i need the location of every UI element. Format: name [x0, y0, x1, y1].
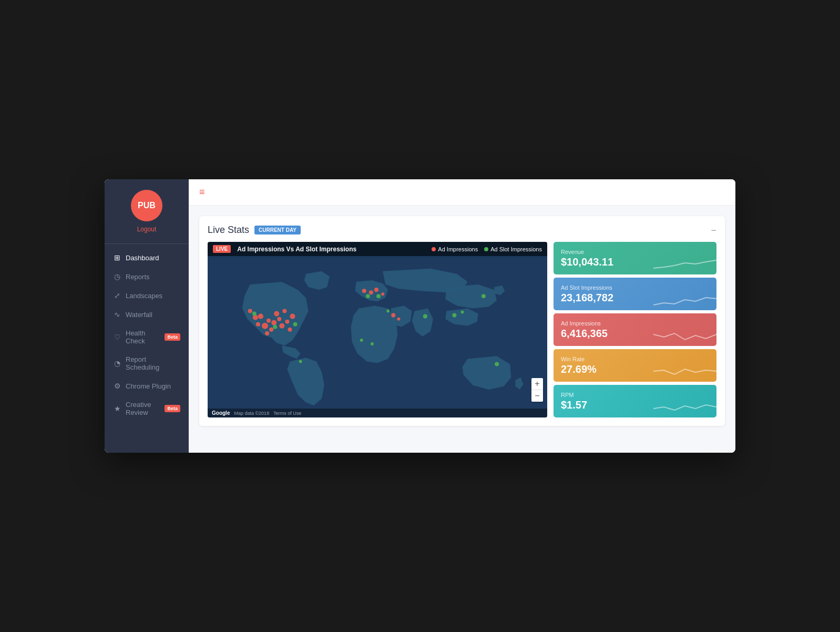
current-day-badge: CURRENT DAY — [254, 226, 301, 235]
svg-point-29 — [423, 314, 427, 319]
svg-point-21 — [391, 313, 395, 318]
svg-point-25 — [293, 322, 298, 327]
sidebar-item-health-check[interactable]: ♡ Health Check Beta — [105, 324, 189, 350]
zoom-out-button[interactable]: − — [531, 390, 543, 402]
sidebar-item-label: Health Check — [126, 329, 160, 345]
sidebar-item-label: Report Scheduling — [126, 355, 180, 371]
landscapes-icon: ⤢ — [113, 291, 121, 300]
live-stats-header: Live Stats CURRENT DAY − — [208, 225, 716, 236]
stat-panel-revenue: Revenue $10,043.11 — [554, 242, 716, 274]
minimize-button[interactable]: − — [711, 226, 716, 235]
svg-point-11 — [290, 314, 295, 319]
creative-review-icon: ★ — [113, 404, 121, 413]
sidebar-item-reports[interactable]: ◷ Reports — [105, 267, 189, 286]
win-rate-chart — [653, 360, 716, 382]
google-logo: Google — [212, 410, 230, 416]
sidebar-item-creative-review[interactable]: ★ Creative Review Beta — [105, 395, 189, 422]
svg-point-13 — [265, 331, 269, 335]
svg-point-2 — [267, 319, 271, 323]
ad-slot-chart — [653, 288, 716, 310]
svg-point-26 — [366, 294, 370, 298]
content-area: Live Stats CURRENT DAY − LIVE Ad Impress… — [189, 206, 735, 453]
live-stats-card: Live Stats CURRENT DAY − LIVE Ad Impress… — [199, 216, 725, 426]
stat-panel-win-rate: Win Rate 27.69% — [554, 349, 716, 382]
legend-item-ad-slot-impressions: Ad Slot Impressions — [484, 246, 542, 252]
svg-point-27 — [376, 294, 381, 298]
stat-panel-rpm: RPM $1.57 — [554, 385, 716, 417]
stat-panel-ad-impressions: Ad Impressions 6,416,365 — [554, 313, 716, 346]
revenue-chart — [653, 252, 716, 274]
map-container: LIVE Ad Impressions Vs Ad Slot Impressio… — [208, 242, 547, 417]
live-stats-heading: Live Stats — [208, 225, 249, 236]
health-check-badge: Beta — [165, 333, 180, 341]
svg-point-22 — [397, 318, 400, 321]
svg-point-35 — [360, 339, 363, 342]
legend-dot-red — [432, 247, 436, 251]
legend-dot-green — [484, 247, 488, 251]
svg-point-6 — [279, 323, 284, 329]
svg-point-36 — [371, 342, 374, 345]
map-chart-title: Ad Impressions Vs Ad Slot Impressions — [237, 246, 356, 253]
topbar: ≡ — [189, 179, 735, 206]
svg-point-31 — [460, 311, 464, 314]
creative-review-badge: Beta — [165, 405, 180, 412]
map-legend: Ad Impressions Ad Slot Impressions — [432, 246, 542, 252]
app-window: PUB Logout ⊞ Dashboard ◷ Reports ⤢ Lands… — [105, 179, 735, 453]
map-overlay-bar: LIVE Ad Impressions Vs Ad Slot Impressio… — [208, 242, 547, 256]
stat-panel-ad-slot-impressions: Ad Slot Impressions 23,168,782 — [554, 278, 716, 310]
svg-point-23 — [252, 312, 257, 316]
sidebar-item-report-scheduling[interactable]: ◔ Report Scheduling — [105, 350, 189, 376]
sidebar-item-label: Reports — [126, 273, 180, 281]
sidebar-item-label: Dashboard — [126, 254, 180, 262]
svg-point-3 — [262, 323, 268, 329]
map-footer: Google Map data ©2018 Terms of Use — [208, 409, 547, 417]
svg-point-7 — [269, 328, 273, 332]
svg-point-4 — [271, 320, 276, 325]
svg-point-16 — [288, 328, 292, 332]
ad-impressions-chart — [653, 324, 716, 346]
sidebar-item-label: Creative Review — [126, 401, 160, 416]
svg-point-34 — [299, 360, 302, 363]
svg-point-10 — [256, 322, 260, 327]
sidebar-item-landscapes[interactable]: ⤢ Landscapes — [105, 286, 189, 305]
svg-point-12 — [282, 309, 286, 313]
report-scheduling-icon: ◔ — [113, 359, 121, 368]
reports-icon: ◷ — [113, 272, 121, 281]
sidebar-item-chrome-plugin[interactable]: ⚙ Chrome Plugin — [105, 376, 189, 395]
map-zoom-controls: + − — [531, 378, 543, 402]
main-content: ≡ Live Stats CURRENT DAY − LIVE — [189, 179, 735, 453]
sidebar-item-label: Waterfall — [126, 311, 180, 319]
svg-point-5 — [277, 317, 281, 321]
sidebar-item-dashboard[interactable]: ⊞ Dashboard — [105, 248, 189, 267]
sidebar-item-label: Chrome Plugin — [126, 382, 180, 390]
sidebar-divider — [105, 243, 189, 244]
legend-item-ad-impressions: Ad Impressions — [432, 246, 478, 252]
sidebar-item-waterfall[interactable]: ∿ Waterfall — [105, 305, 189, 324]
legend-label: Ad Slot Impressions — [490, 246, 542, 252]
world-map-svg — [208, 258, 547, 417]
rpm-chart — [653, 395, 716, 417]
zoom-in-button[interactable]: + — [531, 378, 543, 390]
chrome-plugin-icon: ⚙ — [113, 382, 121, 390]
svg-point-18 — [369, 290, 373, 294]
svg-point-28 — [386, 310, 390, 313]
svg-point-14 — [248, 309, 252, 313]
dashboard-icon: ⊞ — [113, 253, 121, 262]
svg-point-8 — [274, 311, 279, 317]
waterfall-icon: ∿ — [113, 310, 121, 319]
logout-link[interactable]: Logout — [137, 226, 157, 233]
svg-point-30 — [452, 313, 456, 318]
live-badge: LIVE — [213, 245, 231, 253]
svg-point-32 — [482, 294, 486, 298]
svg-point-24 — [273, 325, 277, 329]
svg-point-19 — [374, 288, 378, 292]
hamburger-icon[interactable]: ≡ — [199, 187, 205, 198]
sidebar-item-label: Landscapes — [126, 292, 180, 300]
svg-point-20 — [381, 292, 384, 295]
svg-point-17 — [362, 289, 366, 293]
live-stats-title: Live Stats CURRENT DAY — [208, 225, 301, 236]
terms-of-use[interactable]: Terms of Use — [273, 411, 301, 416]
svg-point-9 — [285, 320, 289, 324]
stats-panels: Revenue $10,043.11 Ad Slot Impressions 2… — [554, 242, 716, 417]
svg-point-33 — [495, 362, 499, 366]
